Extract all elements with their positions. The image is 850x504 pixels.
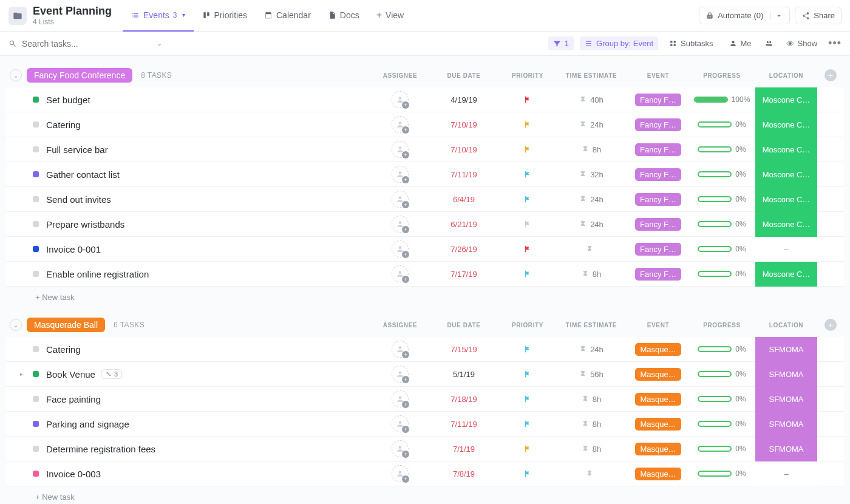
- location-cell[interactable]: Moscone C…: [755, 87, 817, 112]
- column-header[interactable]: LOCATION: [755, 72, 817, 79]
- column-header[interactable]: PROGRESS: [688, 322, 755, 329]
- assignee-button[interactable]: +: [392, 91, 409, 108]
- location-cell[interactable]: Moscone C…: [755, 262, 817, 287]
- add-view-button[interactable]: +View: [368, 10, 412, 22]
- time-estimate-cell[interactable]: 8h: [555, 420, 628, 429]
- time-estimate-cell[interactable]: 8h: [555, 145, 628, 154]
- assignee-button[interactable]: +: [392, 390, 409, 407]
- location-cell[interactable]: Moscone C…: [755, 212, 817, 237]
- priority-cell[interactable]: [500, 220, 555, 228]
- due-date-cell[interactable]: 7/1/19: [427, 444, 500, 454]
- task-row[interactable]: Enable online registration + 7/17/19 8h …: [6, 262, 844, 287]
- location-cell[interactable]: –: [755, 237, 817, 262]
- priority-cell[interactable]: [500, 145, 555, 154]
- due-date-cell[interactable]: 7/18/19: [427, 395, 500, 404]
- task-title-cell[interactable]: Invoice 0-003: [46, 469, 373, 479]
- column-header[interactable]: TIME ESTIMATE: [555, 72, 628, 79]
- status-indicator[interactable]: [33, 171, 39, 177]
- assignee-button[interactable]: +: [392, 440, 409, 457]
- time-estimate-cell[interactable]: 24h: [555, 345, 628, 354]
- task-title-cell[interactable]: Catering: [46, 120, 373, 130]
- due-date-cell[interactable]: 7/17/19: [427, 270, 500, 279]
- task-title-cell[interactable]: Catering: [46, 344, 373, 355]
- progress-cell[interactable]: 0%: [688, 370, 755, 378]
- column-header[interactable]: DUE DATE: [427, 322, 500, 329]
- task-title-cell[interactable]: Send out invites: [46, 194, 373, 205]
- location-cell[interactable]: SFMOMA: [755, 412, 817, 437]
- add-column-button[interactable]: +: [824, 69, 837, 81]
- location-cell[interactable]: SFMOMA: [755, 337, 817, 362]
- due-date-cell[interactable]: 7/11/19: [427, 420, 500, 429]
- event-cell[interactable]: Masque…: [628, 368, 688, 381]
- status-indicator[interactable]: [33, 471, 39, 477]
- task-title-cell[interactable]: Parking and signage: [46, 419, 373, 429]
- task-row[interactable]: Set budget + 4/19/19 40h Fancy F… 100% M…: [6, 87, 844, 112]
- collapse-toggle[interactable]: ⌄: [10, 319, 22, 331]
- priority-cell[interactable]: [500, 120, 555, 129]
- due-date-cell[interactable]: 7/26/19: [427, 245, 500, 254]
- due-date-cell[interactable]: 5/1/19: [427, 370, 500, 379]
- column-header[interactable]: EVENT: [628, 72, 688, 79]
- task-row[interactable]: Full service bar + 7/10/19 8h Fancy F… 0…: [6, 137, 844, 162]
- time-estimate-cell[interactable]: 8h: [555, 270, 628, 279]
- status-indicator[interactable]: [33, 196, 39, 202]
- status-indicator[interactable]: [33, 221, 39, 227]
- assignee-button[interactable]: +: [392, 141, 409, 158]
- chevron-down-icon[interactable]: ▾: [182, 12, 185, 18]
- collapse-toggle[interactable]: ⌄: [10, 69, 22, 81]
- task-row[interactable]: Prepare wristbands + 6/21/19 24h Fancy F…: [6, 212, 844, 237]
- task-title-cell[interactable]: Book Venue 3: [46, 369, 373, 380]
- priority-cell[interactable]: [500, 370, 555, 378]
- progress-cell[interactable]: 0%: [688, 245, 755, 253]
- task-title-cell[interactable]: Face painting: [46, 394, 373, 404]
- due-date-cell[interactable]: 6/21/19: [427, 220, 500, 229]
- location-cell[interactable]: SFMOMA: [755, 437, 817, 461]
- progress-cell[interactable]: 100%: [688, 95, 755, 104]
- groupby-chip[interactable]: Group by: Event: [580, 36, 658, 50]
- task-row[interactable]: Catering + 7/15/19 24h Masque… 0% SFMOMA: [6, 337, 844, 362]
- progress-cell[interactable]: 0%: [688, 120, 755, 129]
- priority-cell[interactable]: [500, 170, 555, 179]
- subtask-badge[interactable]: 3: [101, 369, 122, 379]
- priority-cell[interactable]: [500, 395, 555, 403]
- assignee-button[interactable]: +: [392, 415, 409, 432]
- time-estimate-cell[interactable]: [555, 245, 628, 253]
- priority-cell[interactable]: [500, 444, 555, 453]
- due-date-cell[interactable]: 7/11/19: [427, 170, 500, 179]
- task-row[interactable]: Determine registration fees + 7/1/19 8h …: [6, 437, 844, 461]
- event-cell[interactable]: Fancy F…: [628, 168, 688, 181]
- event-cell[interactable]: Fancy F…: [628, 268, 688, 281]
- event-cell[interactable]: Fancy F…: [628, 218, 688, 231]
- event-cell[interactable]: Fancy F…: [628, 243, 688, 256]
- event-cell[interactable]: Masque…: [628, 468, 688, 480]
- due-date-cell[interactable]: 7/15/19: [427, 345, 500, 354]
- more-menu[interactable]: •••: [828, 37, 841, 50]
- time-estimate-cell[interactable]: 8h: [555, 444, 628, 454]
- priority-cell[interactable]: [500, 95, 555, 104]
- assignee-button[interactable]: +: [392, 166, 409, 183]
- task-title-cell[interactable]: Gather contact list: [46, 169, 373, 180]
- task-row[interactable]: Invoice 0-001 + 7/26/19 Fancy F… 0% –: [6, 237, 844, 262]
- progress-cell[interactable]: 0%: [688, 345, 755, 353]
- time-estimate-cell[interactable]: 32h: [555, 170, 628, 179]
- column-header[interactable]: TIME ESTIMATE: [555, 322, 628, 329]
- tab-priorities[interactable]: Priorities: [194, 0, 256, 32]
- time-estimate-cell[interactable]: 24h: [555, 195, 628, 204]
- column-header[interactable]: PROGRESS: [688, 72, 755, 79]
- me-chip[interactable]: Me: [724, 36, 756, 50]
- time-estimate-cell[interactable]: 24h: [555, 120, 628, 129]
- column-header[interactable]: ASSIGNEE: [373, 322, 427, 329]
- task-row[interactable]: ▸ Book Venue 3 + 5/1/19 56h Masque… 0% S…: [6, 362, 844, 387]
- task-title-cell[interactable]: Enable online registration: [46, 269, 373, 279]
- event-cell[interactable]: Masque…: [628, 343, 688, 356]
- event-cell[interactable]: Fancy F…: [628, 143, 688, 156]
- task-title-cell[interactable]: Full service bar: [46, 145, 373, 155]
- tab-docs[interactable]: Docs: [319, 0, 368, 32]
- priority-cell[interactable]: [500, 345, 555, 353]
- task-row[interactable]: Gather contact list + 7/11/19 32h Fancy …: [6, 162, 844, 187]
- tab-events[interactable]: Events3▾: [123, 0, 194, 32]
- assignee-button[interactable]: +: [392, 116, 409, 133]
- progress-cell[interactable]: 0%: [688, 420, 755, 428]
- task-title-cell[interactable]: Set budget: [46, 95, 373, 105]
- expand-icon[interactable]: ▸: [20, 371, 23, 377]
